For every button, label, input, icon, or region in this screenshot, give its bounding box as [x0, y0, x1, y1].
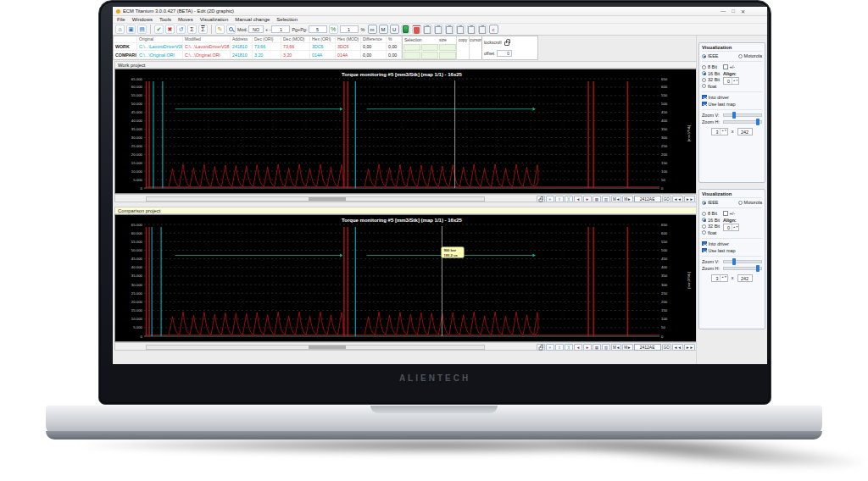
radio-32-bit[interactable]: 32 Bit [702, 77, 720, 82]
edit-icon[interactable]: ✎ [215, 25, 225, 34]
cell-original[interactable]: C:\...\LavoroDriverV08 [137, 43, 183, 51]
option-use-last-map[interactable]: Use last map [702, 102, 762, 107]
radio-ieee[interactable]: IEEE [702, 53, 719, 58]
zoom-v-handle[interactable] [732, 112, 736, 119]
zoom-v-handle[interactable] [732, 258, 736, 265]
32-bit-radio[interactable] [702, 78, 706, 82]
motorola-radio[interactable] [738, 54, 743, 58]
selection-cell[interactable] [439, 44, 456, 52]
cell-modified[interactable]: C:\...\LavoroDriverV08 [183, 43, 231, 51]
chart-scrollbar[interactable] [146, 196, 485, 202]
menu-item-manual-change[interactable]: Manual change [235, 17, 270, 22]
sum-bar-icon[interactable]: Σ [198, 25, 208, 34]
option-into-driver[interactable]: Into driver [702, 241, 762, 246]
radio-motorola[interactable]: Motorola [738, 200, 762, 205]
nav-go-button[interactable]: GO [662, 344, 671, 351]
apply-u-button[interactable]: U [390, 25, 399, 34]
menu-item-windows[interactable]: Windows [132, 17, 153, 22]
radio-8-bit[interactable]: 8 Bit [702, 211, 720, 216]
work-project-chart[interactable]: 65.00065060.00060055.00055050.00050045.0… [114, 69, 698, 194]
into-driver-checkbox[interactable] [702, 95, 707, 100]
nav-next-arrow-icon[interactable]: ► [583, 344, 592, 351]
menu-item-visualization[interactable]: Visualization [200, 17, 229, 22]
cancel-icon[interactable]: ✖ [165, 25, 175, 34]
paste-2-icon[interactable] [434, 25, 443, 34]
padlock-icon[interactable] [504, 41, 509, 46]
nav-export-icon[interactable]: ⇧ [555, 344, 564, 351]
ieee-radio[interactable] [702, 54, 706, 58]
battery-icon[interactable] [401, 25, 410, 34]
copy-column[interactable]: copy [456, 36, 469, 59]
nav-table-view-icon[interactable]: ▦ [593, 196, 601, 202]
sum-icon[interactable]: Σ [187, 25, 197, 34]
cell-pct[interactable]: 0,00 [387, 43, 402, 51]
option-into-driver[interactable]: Into driver [702, 95, 762, 100]
cell-modified[interactable]: C:\...\Original.ORI [183, 51, 231, 58]
signed-checkbox-row[interactable]: +/- [723, 211, 735, 216]
radio-16-bit[interactable]: 16 Bit [702, 218, 720, 223]
nav-lock-icon[interactable] [537, 196, 545, 202]
selection-cell[interactable] [421, 52, 438, 59]
rows-spinner[interactable]: 3▲▼ [711, 128, 727, 135]
rows-spinner[interactable]: 3▲▼ [711, 274, 727, 282]
use-last-map-checkbox[interactable] [702, 248, 707, 253]
menu-item-moves[interactable]: Moves [178, 17, 193, 22]
chart-scrollbar[interactable] [146, 345, 485, 350]
8-bit-radio[interactable] [702, 65, 706, 69]
paste-1-icon[interactable] [423, 25, 432, 34]
cell-hex_ori[interactable]: 014A [310, 51, 336, 58]
nav-map-prev-button[interactable]: M◄ [611, 196, 621, 202]
radio-motorola[interactable]: Motorola [738, 53, 762, 58]
radio-32-bit[interactable]: 32 Bit [702, 224, 720, 229]
cell-dec_mod[interactable]: 73,66 [281, 43, 310, 51]
nav-lock-icon[interactable] [537, 344, 545, 351]
paste-3-icon[interactable] [445, 25, 454, 34]
torque-chart-plot[interactable]: 65.00065060.00060055.00055050.00050045.0… [115, 69, 697, 193]
restore-icon[interactable]: ↺ [176, 25, 186, 34]
nav-last-map-button[interactable]: ►► [684, 196, 695, 202]
page-step-field-value[interactable]: 5 [309, 25, 327, 33]
cell-pct[interactable]: 0,00 [387, 51, 402, 58]
nav-map-next-button[interactable]: M► [622, 344, 632, 351]
cell-hex_mod[interactable]: 014A [336, 51, 361, 58]
apply-max-button[interactable]: M [379, 25, 388, 34]
selection-cell[interactable] [403, 44, 420, 52]
c-button[interactable]: c [489, 25, 498, 34]
signed-checkbox-row[interactable]: +/- [723, 64, 735, 69]
nav-go-button[interactable]: GO [662, 196, 671, 202]
align-spinner[interactable]: 0▲▼ [723, 224, 739, 231]
nav-next-arrow-icon[interactable]: ► [583, 196, 592, 202]
cell-original[interactable]: C:\...\Original.ORI [137, 51, 183, 58]
scrollbar-thumb[interactable] [309, 197, 346, 201]
nav-link-icon[interactable]: ╳ [565, 344, 573, 351]
selection-cell[interactable] [439, 52, 456, 59]
nav-address-input[interactable]: 2412AE [634, 196, 661, 202]
option-use-last-map[interactable]: Use last map [702, 248, 762, 253]
32-bit-radio[interactable] [702, 224, 706, 229]
paste-6-icon[interactable] [478, 25, 487, 34]
offset-input[interactable]: 0 [497, 50, 512, 57]
zoom-h-handle[interactable] [756, 265, 760, 272]
nav-list-icon[interactable]: ≡ [546, 196, 554, 202]
cell-hex_mod[interactable]: 3DC6 [336, 43, 361, 51]
cell-dec_ori[interactable]: 73,66 [253, 43, 281, 51]
radio-16-bit[interactable]: 16 Bit [702, 71, 720, 76]
close-button[interactable]: ✕ [741, 8, 745, 14]
float-radio[interactable] [702, 230, 706, 235]
menu-item-selection[interactable]: Selection [276, 17, 298, 22]
save-icon[interactable]: ▤ [137, 25, 147, 34]
into-driver-checkbox[interactable] [702, 241, 707, 246]
ieee-radio[interactable] [702, 201, 706, 205]
maximize-button[interactable]: □ [732, 8, 735, 14]
magnifier-icon[interactable] [226, 25, 236, 34]
percent-field-value[interactable]: 1 [340, 25, 359, 33]
zoom-h-slider[interactable] [723, 267, 762, 270]
selection-cell[interactable] [403, 52, 420, 59]
cols-value[interactable]: 242 [737, 128, 753, 135]
percent-icon[interactable]: % [329, 25, 338, 34]
radio-float[interactable]: float [702, 84, 720, 89]
cell-dec_ori[interactable]: 3,20 [253, 51, 281, 58]
nav-link-icon[interactable]: ╳ [565, 196, 573, 202]
nav-map-next-button[interactable]: M► [622, 196, 632, 202]
mod-field-value[interactable]: NO [248, 25, 264, 33]
